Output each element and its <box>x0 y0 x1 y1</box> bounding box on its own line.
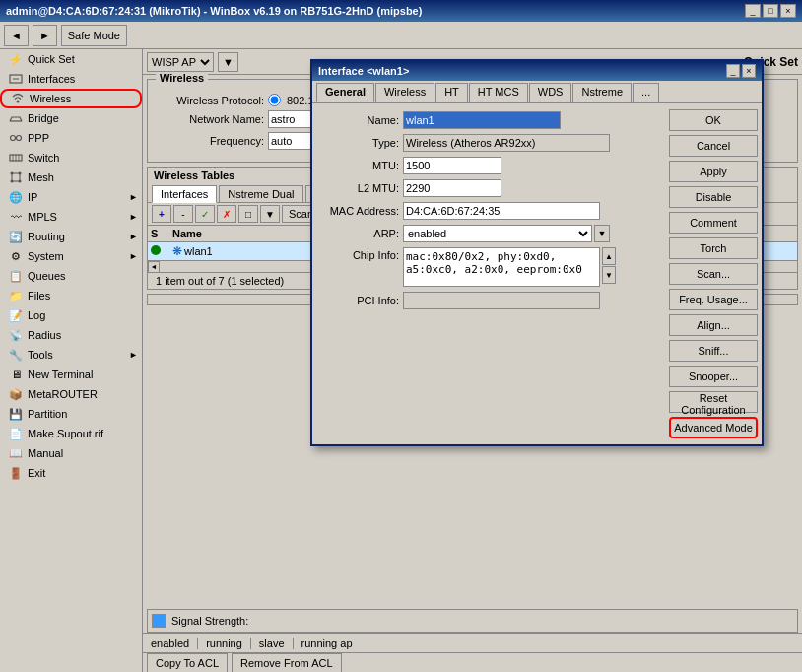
maximize-button[interactable]: □ <box>763 4 778 18</box>
radius-icon: 📡 <box>8 327 24 343</box>
sidebar-item-wireless[interactable]: Wireless <box>0 89 142 108</box>
tab-general[interactable]: General <box>316 83 374 102</box>
sidebar-item-exit[interactable]: 🚪 Exit <box>0 463 142 483</box>
ok-btn[interactable]: OK <box>669 109 758 131</box>
dialog-minimize-btn[interactable]: _ <box>726 64 740 78</box>
back-button[interactable]: ◄ <box>4 25 29 46</box>
safe-mode-button[interactable]: Safe Mode <box>61 25 127 46</box>
torch-btn[interactable]: Torch <box>669 237 758 259</box>
sidebar-item-manual[interactable]: 📖 Manual <box>0 443 142 463</box>
sidebar-item-system[interactable]: ⚙ System ► <box>0 246 142 266</box>
sidebar-item-label: Quick Set <box>28 53 75 65</box>
arp-dropdown-btn[interactable]: ▼ <box>594 225 610 242</box>
sidebar: ⚡ Quick Set Interfaces Wireless Bridge <box>0 49 143 672</box>
sidebar-item-new-terminal[interactable]: 🖥 New Terminal <box>0 365 142 384</box>
sidebar-item-files[interactable]: 📁 Files <box>0 286 142 305</box>
tools-icon: 🔧 <box>8 347 24 363</box>
dialog-title-bar: Interface <wlan1> _ × <box>312 61 762 81</box>
arp-select[interactable]: enabled <box>403 225 592 242</box>
close-button[interactable]: × <box>780 4 796 18</box>
sidebar-item-routing[interactable]: 🔄 Routing ► <box>0 227 142 246</box>
sidebar-item-radius[interactable]: 📡 Radius <box>0 325 142 345</box>
sidebar-item-mesh[interactable]: Mesh <box>0 168 142 187</box>
exit-icon: 🚪 <box>8 465 24 481</box>
tab-wireless[interactable]: Wireless <box>375 83 434 102</box>
supout-icon: 📄 <box>8 426 24 441</box>
switch-icon <box>8 150 24 166</box>
mac-row: MAC Address: <box>320 202 655 220</box>
advanced-mode-btn[interactable]: Advanced Mode <box>669 417 758 438</box>
comment-btn[interactable]: Comment <box>669 212 758 234</box>
arp-row: ARP: enabled ▼ <box>320 225 655 242</box>
tab-nstreme[interactable]: Nstreme <box>572 83 632 102</box>
arrow-icon: ► <box>129 192 138 202</box>
sidebar-label: Switch <box>28 152 59 164</box>
dialog-tabs: General Wireless HT HT MCS WDS Nstreme .… <box>312 81 762 103</box>
sidebar-item-quick-set[interactable]: ⚡ Quick Set <box>0 49 142 69</box>
minimize-button[interactable]: _ <box>745 4 761 18</box>
manual-icon: 📖 <box>8 445 24 461</box>
sidebar-label: Manual <box>28 447 63 459</box>
sidebar-item-make-supout[interactable]: 📄 Make Supout.rif <box>0 424 142 443</box>
chip-info-label: Chip Info: <box>320 247 399 261</box>
partition-icon: 💾 <box>8 406 24 422</box>
mtu-row: MTU: <box>320 157 655 174</box>
align-btn[interactable]: Align... <box>669 314 758 336</box>
ip-icon: 🌐 <box>8 189 24 205</box>
chip-scroll-up-btn[interactable]: ▲ <box>602 247 616 265</box>
chip-scroll-down-btn[interactable]: ▼ <box>602 266 616 284</box>
pci-label: PCI Info: <box>320 295 399 306</box>
sidebar-item-interfaces[interactable]: Interfaces <box>0 69 142 89</box>
sidebar-item-queues[interactable]: 📋 Queues <box>0 266 142 286</box>
scan-btn[interactable]: Scan... <box>669 263 758 285</box>
sidebar-label: Wireless <box>30 93 71 104</box>
dialog-close-btn[interactable]: × <box>742 64 756 78</box>
disable-btn[interactable]: Disable <box>669 186 758 208</box>
forward-button[interactable]: ► <box>33 25 57 46</box>
name-label: Name: <box>320 114 399 126</box>
mac-label: MAC Address: <box>320 205 399 217</box>
sidebar-label: Routing <box>28 231 65 242</box>
type-input <box>403 134 610 152</box>
sidebar-item-mpls[interactable]: 〰 MPLS ► <box>0 207 142 227</box>
title-bar: admin@D4:CA:6D:67:24:31 (MikroTik) - Win… <box>0 0 802 22</box>
sidebar-item-log[interactable]: 📝 Log <box>0 305 142 325</box>
reset-config-btn[interactable]: Reset Configuration <box>669 391 758 413</box>
arrow-icon: ► <box>129 251 138 261</box>
sidebar-label: Interfaces <box>28 73 75 85</box>
name-input[interactable] <box>403 111 561 129</box>
freq-usage-btn[interactable]: Freq. Usage... <box>669 289 758 310</box>
sidebar-label: Bridge <box>28 112 59 124</box>
l2mtu-input[interactable] <box>403 179 501 197</box>
sidebar-item-tools[interactable]: 🔧 Tools ► <box>0 345 142 365</box>
tab-ht[interactable]: HT <box>435 83 468 102</box>
mac-input[interactable] <box>403 202 600 220</box>
dialog-title-buttons: _ × <box>726 64 756 78</box>
sniff-btn[interactable]: Sniff... <box>669 340 758 362</box>
sidebar-item-bridge[interactable]: Bridge <box>0 108 142 128</box>
sidebar-label: Exit <box>28 467 45 479</box>
system-icon: ⚙ <box>8 248 24 264</box>
sidebar-item-partition[interactable]: 💾 Partition <box>0 404 142 424</box>
routing-icon: 🔄 <box>8 229 24 244</box>
arrow-icon: ► <box>129 232 138 241</box>
snooper-btn[interactable]: Snooper... <box>669 366 758 387</box>
sidebar-item-metarouter[interactable]: 📦 MetaROUTER <box>0 384 142 404</box>
dialog-overlay: Interface <wlan1> _ × General Wireless H… <box>143 49 802 672</box>
sidebar-label: Partition <box>28 408 67 420</box>
mtu-input[interactable] <box>403 157 501 174</box>
apply-btn[interactable]: Apply <box>669 161 758 182</box>
cancel-btn[interactable]: Cancel <box>669 135 758 157</box>
sidebar-item-switch[interactable]: Switch <box>0 148 142 168</box>
arrow-icon: ► <box>129 212 138 222</box>
sidebar-label: Make Supout.rif <box>28 428 103 439</box>
interface-dialog: Interface <wlan1> _ × General Wireless H… <box>310 59 764 446</box>
tab-ht-mcs[interactable]: HT MCS <box>469 83 528 102</box>
tab-more[interactable]: ... <box>633 83 659 102</box>
sidebar-item-ppp[interactable]: PPP <box>0 128 142 148</box>
sidebar-label: Mesh <box>28 171 54 183</box>
tab-wds[interactable]: WDS <box>529 83 572 102</box>
mesh-icon <box>8 169 24 185</box>
queues-icon: 📋 <box>8 268 24 284</box>
sidebar-item-ip[interactable]: 🌐 IP ► <box>0 187 142 207</box>
